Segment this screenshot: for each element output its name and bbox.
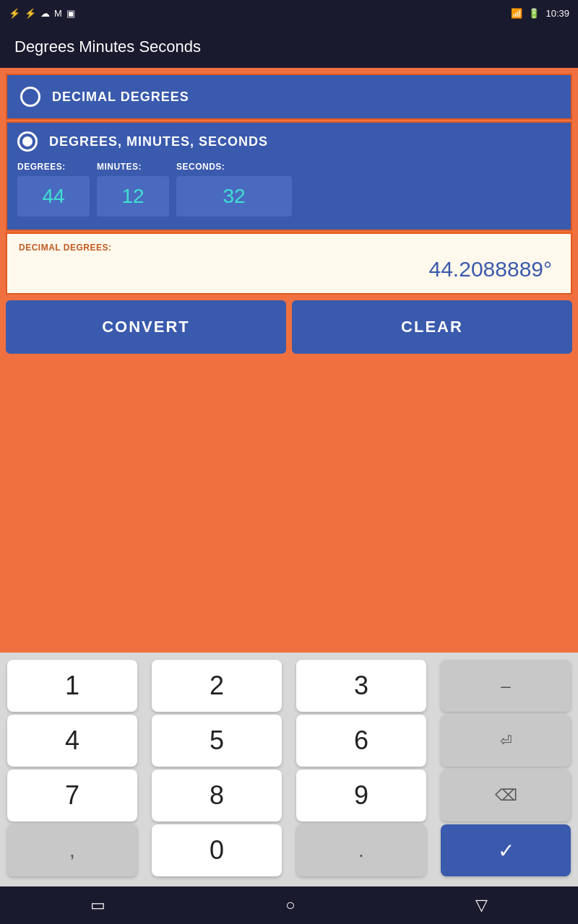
nav-recents-icon[interactable]: ▽ (475, 896, 488, 915)
app-title: Degrees Minutes Seconds (14, 38, 201, 56)
clock: 10:39 (545, 8, 569, 19)
main-content: DECIMAL DEGREES DEGREES, MINUTES, SECOND… (0, 68, 578, 653)
radio-decimal-degrees[interactable] (20, 87, 40, 107)
keyboard-area: 1 2 3 – 4 5 6 ⏎ 7 8 9 ⌫ , 0 . ✓ (0, 653, 578, 886)
keyboard-row-3: 7 8 9 ⌫ (0, 770, 578, 821)
gmail-icon: M (54, 8, 62, 19)
degrees-field: DEGREES: (17, 162, 90, 217)
convert-button[interactable]: CONVERT (6, 300, 286, 354)
keyboard-row-4: , 0 . ✓ (0, 824, 578, 876)
option-dms-section: DEGREES, MINUTES, SECONDS DEGREES: MINUT… (6, 121, 572, 231)
nav-back-icon[interactable]: ▭ (90, 896, 105, 915)
dms-inputs-row: DEGREES: MINUTES: SECONDS: (17, 162, 561, 217)
seconds-label: SECONDS: (176, 162, 292, 172)
key-2[interactable]: 2 (152, 660, 282, 712)
key-3[interactable]: 3 (296, 660, 426, 712)
seconds-field: SECONDS: (176, 162, 292, 217)
result-value: 44.2088889° (19, 257, 559, 282)
cloud-icon: ☁ (40, 8, 50, 19)
key-minus[interactable]: – (441, 660, 571, 712)
key-7[interactable]: 7 (7, 770, 137, 821)
status-icons-left: ⚡ ⚡ ☁ M ▣ (9, 8, 75, 19)
key-tab[interactable]: ⏎ (441, 715, 571, 767)
degrees-label: DEGREES: (17, 162, 90, 172)
option-dms-label: DEGREES, MINUTES, SECONDS (49, 134, 268, 149)
usb-icon: ⚡ (9, 8, 20, 19)
keyboard-row-2: 4 5 6 ⏎ (0, 715, 578, 767)
key-confirm[interactable]: ✓ (441, 824, 571, 876)
screenshot-icon: ▣ (66, 8, 75, 19)
key-0[interactable]: 0 (152, 824, 282, 876)
minutes-input[interactable] (97, 176, 169, 217)
key-period[interactable]: . (296, 824, 426, 876)
minutes-label: MINUTES: (97, 162, 169, 172)
bluetooth-icon: ⚡ (25, 8, 36, 19)
key-4[interactable]: 4 (7, 715, 137, 767)
clear-button[interactable]: CLEAR (292, 300, 572, 354)
nav-bar: ▭ ○ ▽ (0, 886, 578, 924)
keyboard-row-1: 1 2 3 – (0, 660, 578, 712)
key-backspace[interactable]: ⌫ (441, 770, 571, 821)
radio-dms-inner (22, 136, 33, 147)
status-bar: ⚡ ⚡ ☁ M ▣ 📶 🔋 10:39 (0, 0, 578, 26)
orange-filler (6, 359, 572, 647)
key-comma[interactable]: , (7, 824, 137, 876)
minutes-field: MINUTES: (97, 162, 169, 217)
key-1[interactable]: 1 (7, 660, 137, 712)
battery-icon: 🔋 (528, 8, 540, 19)
action-buttons: CONVERT CLEAR (6, 300, 572, 354)
seconds-input[interactable] (176, 176, 292, 217)
option-decimal-degrees-label: DECIMAL DEGREES (52, 90, 189, 105)
key-5[interactable]: 5 (152, 715, 282, 767)
key-6[interactable]: 6 (296, 715, 426, 767)
radio-dms[interactable] (17, 131, 38, 152)
option-decimal-degrees[interactable]: DECIMAL DEGREES (6, 74, 572, 120)
option-dms-row[interactable]: DEGREES, MINUTES, SECONDS (17, 131, 561, 162)
key-9[interactable]: 9 (296, 770, 426, 821)
key-8[interactable]: 8 (152, 770, 282, 821)
nav-home-icon[interactable]: ○ (285, 896, 295, 915)
degrees-input[interactable] (17, 176, 90, 217)
wifi-icon: 📶 (511, 8, 522, 19)
result-label: DECIMAL DEGREES: (19, 243, 559, 253)
app-bar: Degrees Minutes Seconds (0, 26, 578, 68)
result-section: DECIMAL DEGREES: 44.2088889° (6, 232, 572, 295)
status-icons-right: 📶 🔋 10:39 (511, 8, 569, 19)
